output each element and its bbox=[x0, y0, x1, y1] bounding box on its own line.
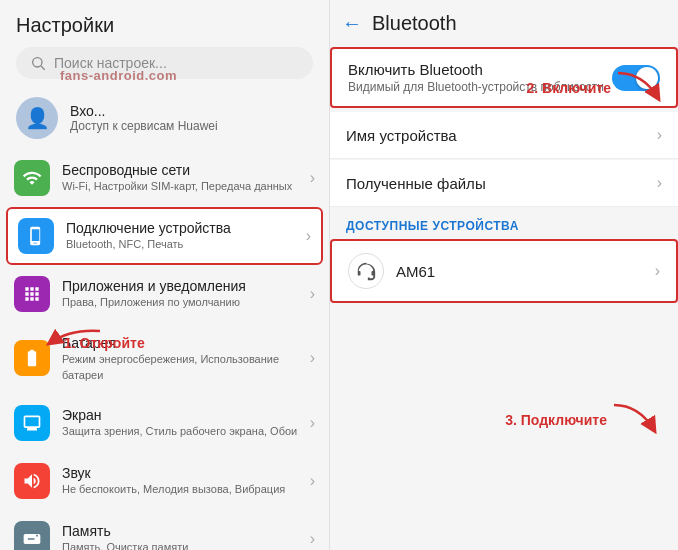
received-files-chevron: › bbox=[657, 174, 662, 192]
left-header: Настройки Поиск настроек... bbox=[0, 0, 329, 87]
search-icon bbox=[30, 55, 46, 71]
profile-row[interactable]: 👤 Вхо... Доступ к сервисам Huawei bbox=[0, 87, 329, 149]
devices-text: Подключение устройства Bluetooth, NFC, П… bbox=[66, 219, 294, 253]
devices-chevron: › bbox=[306, 227, 311, 245]
device-name-row[interactable]: Имя устройства › bbox=[330, 112, 678, 159]
screen-label: Экран bbox=[62, 406, 298, 424]
bluetooth-toggle-section: Включить Bluetooth Видимый для Bluetooth… bbox=[330, 47, 678, 108]
bluetooth-title: Bluetooth bbox=[372, 12, 457, 35]
sound-text: Звук Не беспокоить, Мелодия вызова, Вибр… bbox=[62, 464, 298, 498]
toggle-knob bbox=[636, 67, 658, 89]
available-device-row[interactable]: AM61 › bbox=[330, 239, 678, 303]
profile-text: Вхо... Доступ к сервисам Huawei bbox=[70, 103, 218, 133]
storage-sub: Память, Очистка памяти bbox=[62, 540, 298, 550]
screen-sub: Защита зрения, Стиль рабочего экрана, Об… bbox=[62, 424, 298, 439]
screen-icon-box bbox=[14, 405, 50, 441]
sidebar-item-devices[interactable]: Подключение устройства Bluetooth, NFC, П… bbox=[6, 207, 323, 265]
bluetooth-toggle-left: Включить Bluetooth Видимый для Bluetooth… bbox=[348, 61, 604, 94]
apps-sub: Права, Приложения по умолчанию bbox=[62, 295, 298, 310]
sidebar-item-screen[interactable]: Экран Защита зрения, Стиль рабочего экра… bbox=[0, 394, 329, 452]
bluetooth-toggle-sub: Видимый для Bluetooth-устройств поблизос… bbox=[348, 80, 604, 94]
devices-label: Подключение устройства bbox=[66, 219, 294, 237]
sound-sub: Не беспокоить, Мелодия вызова, Вибрация bbox=[62, 482, 298, 497]
sound-label: Звук bbox=[62, 464, 298, 482]
svg-point-0 bbox=[33, 58, 42, 67]
search-bar[interactable]: Поиск настроек... bbox=[16, 47, 313, 79]
device-icon-box bbox=[18, 218, 54, 254]
right-content: Включить Bluetooth Видимый для Bluetooth… bbox=[330, 43, 678, 550]
back-button[interactable]: ← bbox=[342, 12, 362, 35]
right-panel: ← Bluetooth Включить Bluetooth Видимый д… bbox=[330, 0, 678, 550]
avatar: 👤 bbox=[16, 97, 58, 139]
storage-chevron: › bbox=[310, 530, 315, 548]
headphone-icon-box bbox=[348, 253, 384, 289]
apps-label: Приложения и уведомления bbox=[62, 277, 298, 295]
battery-chevron: › bbox=[310, 349, 315, 367]
sidebar-item-storage[interactable]: Память Память, Очистка памяти › bbox=[0, 510, 329, 550]
bluetooth-toggle-switch[interactable] bbox=[612, 65, 660, 91]
devices-sub: Bluetooth, NFC, Печать bbox=[66, 237, 294, 252]
sidebar-item-sound[interactable]: Звук Не беспокоить, Мелодия вызова, Вибр… bbox=[0, 452, 329, 510]
device-name-label: Имя устройства bbox=[346, 127, 457, 144]
sound-chevron: › bbox=[310, 472, 315, 490]
wireless-text: Беспроводные сети Wi-Fi, Настройки SIM-к… bbox=[62, 161, 298, 195]
sidebar-item-battery[interactable]: Батарея Режим энергосбережения, Использо… bbox=[0, 323, 329, 394]
wireless-sub: Wi-Fi, Настройки SIM-карт, Передача данн… bbox=[62, 179, 298, 194]
right-header: ← Bluetooth bbox=[330, 0, 678, 43]
menu-list: Беспроводные сети Wi-Fi, Настройки SIM-к… bbox=[0, 149, 329, 550]
apps-icon-box bbox=[14, 276, 50, 312]
sidebar-item-wireless[interactable]: Беспроводные сети Wi-Fi, Настройки SIM-к… bbox=[0, 149, 329, 207]
svg-line-1 bbox=[41, 66, 45, 70]
device-row-chevron: › bbox=[655, 262, 660, 280]
wireless-label: Беспроводные сети bbox=[62, 161, 298, 179]
storage-label: Память bbox=[62, 522, 298, 540]
wifi-icon-box bbox=[14, 160, 50, 196]
battery-text: Батарея Режим энергосбережения, Использо… bbox=[62, 334, 298, 383]
profile-name: Вхо... bbox=[70, 103, 218, 119]
storage-text: Память Память, Очистка памяти bbox=[62, 522, 298, 550]
bluetooth-toggle-label: Включить Bluetooth bbox=[348, 61, 604, 78]
device-name-chevron: › bbox=[657, 126, 662, 144]
device-name-am61: AM61 bbox=[396, 263, 435, 280]
wireless-chevron: › bbox=[310, 169, 315, 187]
received-files-row[interactable]: Полученные файлы › bbox=[330, 160, 678, 207]
sound-icon-box bbox=[14, 463, 50, 499]
sidebar-item-apps[interactable]: Приложения и уведомления Права, Приложен… bbox=[0, 265, 329, 323]
apps-chevron: › bbox=[310, 285, 315, 303]
bluetooth-toggle-row[interactable]: Включить Bluetooth Видимый для Bluetooth… bbox=[332, 49, 676, 106]
apps-text: Приложения и уведомления Права, Приложен… bbox=[62, 277, 298, 311]
storage-icon-box bbox=[14, 521, 50, 550]
battery-icon-box bbox=[14, 340, 50, 376]
available-devices-header: ДОСТУПНЫЕ УСТРОЙСТВА bbox=[330, 207, 678, 239]
device-row-left: AM61 bbox=[348, 253, 435, 289]
profile-sub: Доступ к сервисам Huawei bbox=[70, 119, 218, 133]
search-placeholder: Поиск настроек... bbox=[54, 55, 167, 71]
left-panel: Настройки Поиск настроек... 👤 Вхо... Дос… bbox=[0, 0, 330, 550]
screen-text: Экран Защита зрения, Стиль рабочего экра… bbox=[62, 406, 298, 440]
screen-chevron: › bbox=[310, 414, 315, 432]
battery-sub: Режим энергосбережения, Использование ба… bbox=[62, 352, 298, 383]
received-files-label: Полученные файлы bbox=[346, 175, 486, 192]
battery-label: Батарея bbox=[62, 334, 298, 352]
settings-title: Настройки bbox=[16, 14, 313, 37]
